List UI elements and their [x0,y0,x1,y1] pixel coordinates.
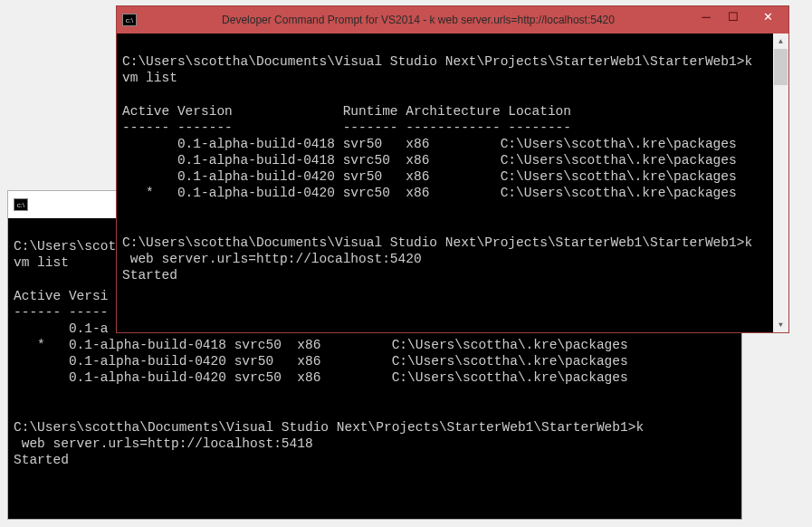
cmd-icon: c:\ [122,14,137,26]
terminal-output-front[interactable]: C:\Users\scottha\Documents\Visual Studio… [117,34,773,332]
scroll-thumb[interactable] [774,49,788,85]
window-title-active: Developer Command Prompt for VS2014 - k … [144,14,693,26]
window-controls: ─ ☐ ✕ [693,6,788,34]
scroll-up-arrow-icon[interactable]: ▲ [773,34,788,49]
maximize-button[interactable]: ☐ [720,6,747,26]
scroll-down-arrow-icon[interactable]: ▼ [773,317,788,332]
titlebar-active[interactable]: c:\ Developer Command Prompt for VS2014 … [117,6,788,34]
minimize-icon: ─ [702,10,710,24]
cmd-icon: c:\ [14,198,28,211]
vertical-scrollbar[interactable]: ▲ ▼ [773,34,788,332]
foreground-command-prompt-window: c:\ Developer Command Prompt for VS2014 … [116,5,789,333]
maximize-icon: ☐ [728,10,739,24]
close-button[interactable]: ✕ [747,6,788,26]
close-icon: ✕ [763,10,773,24]
scroll-track[interactable] [773,49,788,317]
minimize-button[interactable]: ─ [693,6,720,26]
